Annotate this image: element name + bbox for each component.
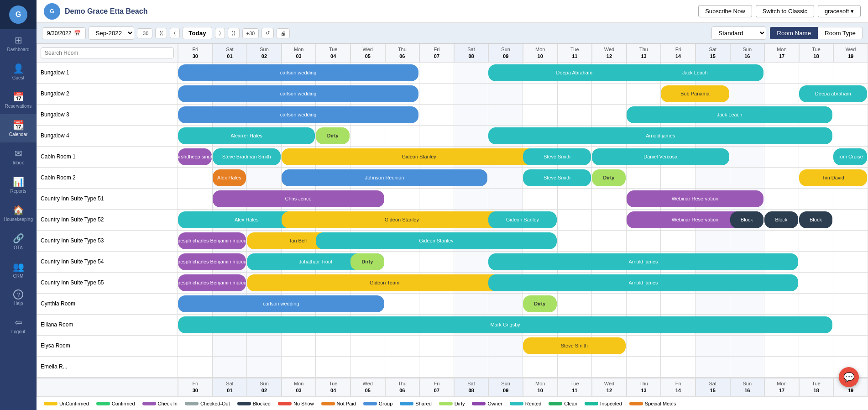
list-item[interactable]: Gideon Team (247, 274, 522, 291)
cell-14-18[interactable] (799, 357, 834, 377)
list-item[interactable]: Joesph charles Benjamin marcus (178, 253, 246, 270)
cell-2-10[interactable] (523, 105, 558, 125)
cell-14-3[interactable] (282, 357, 316, 377)
list-item[interactable]: Chris Jerico (213, 190, 384, 207)
cell-5-15[interactable] (695, 168, 730, 188)
list-item[interactable]: carlson wedding (178, 64, 418, 81)
room-name-8[interactable]: Country Inn Suite Type 53 (37, 231, 178, 251)
list-item[interactable]: Johnson Reunion (282, 169, 488, 186)
list-item[interactable]: Steve Smith (523, 148, 591, 165)
room-name-13[interactable]: Elysa Room (37, 336, 178, 356)
cell-2-19[interactable] (833, 105, 868, 125)
list-item[interactable]: Bob Panama (661, 85, 729, 102)
forward-30-button[interactable]: +30 (242, 28, 259, 38)
list-item[interactable]: Dirty (592, 169, 626, 186)
list-item[interactable]: Jack Leach (627, 64, 763, 81)
cell-3-7[interactable] (419, 126, 454, 146)
cell-5-16[interactable] (730, 168, 765, 188)
cell-9-8[interactable] (454, 252, 489, 272)
room-name-6[interactable]: Country Inn Suite Type 51 (37, 189, 178, 209)
cell-6-18[interactable] (799, 189, 834, 209)
sidebar-item-calendar[interactable]: 📆 Calendar (0, 114, 37, 142)
sidebar-item-dashboard[interactable]: ⊞ Dashboard (0, 29, 37, 58)
cell-6-0[interactable] (178, 189, 213, 209)
view-selector[interactable]: Standard Compact (711, 26, 766, 40)
cell-8-17[interactable] (764, 231, 799, 251)
list-item[interactable]: Gideon Sanley (488, 211, 556, 228)
cell-11-11[interactable] (558, 294, 592, 314)
cell-11-17[interactable] (764, 294, 799, 314)
cell-6-9[interactable] (488, 189, 523, 209)
cell-1-8[interactable] (454, 84, 489, 104)
room-name-14[interactable]: Emelia R... (37, 357, 178, 377)
list-item[interactable]: Joesph charles Benjamin marcus (178, 274, 246, 291)
back-1-button[interactable]: ⟨ (170, 28, 180, 38)
cell-13-5[interactable] (350, 336, 385, 356)
cell-9-18[interactable] (799, 252, 834, 272)
cell-14-15[interactable] (695, 357, 730, 377)
cell-1-12[interactable] (592, 84, 627, 104)
sidebar-item-crm[interactable]: 👥 CRM (0, 256, 37, 284)
cell-8-12[interactable] (592, 231, 627, 251)
cell-11-9[interactable] (488, 294, 523, 314)
cell-12-19[interactable] (833, 315, 868, 335)
cell-8-14[interactable] (661, 231, 695, 251)
cell-11-6[interactable] (385, 294, 420, 314)
cell-4-17[interactable] (764, 147, 799, 167)
cell-0-19[interactable] (833, 63, 868, 83)
cell-14-10[interactable] (523, 357, 558, 377)
back-7-button[interactable]: ⟨⟨ (155, 28, 167, 38)
room-name-1[interactable]: Bungalow 2 (37, 84, 178, 104)
cell-6-10[interactable] (523, 189, 558, 209)
cell-13-2[interactable] (247, 336, 282, 356)
list-item[interactable]: Block (799, 211, 833, 228)
sidebar-item-logout[interactable]: ⇦ Logout (0, 311, 37, 340)
cell-9-7[interactable] (419, 252, 454, 272)
cell-13-15[interactable] (695, 336, 730, 356)
list-item[interactable]: Arnold james (488, 253, 798, 270)
cell-14-13[interactable] (627, 357, 661, 377)
list-item[interactable]: Dirty (523, 295, 557, 312)
list-item[interactable]: Arshdheep singh (178, 148, 212, 165)
cell-6-8[interactable] (454, 189, 489, 209)
cell-9-6[interactable] (385, 252, 420, 272)
cell-6-7[interactable] (419, 189, 454, 209)
room-name-9[interactable]: Country Inn Suite Type 54 (37, 252, 178, 272)
cell-2-12[interactable] (592, 105, 627, 125)
cell-13-4[interactable] (316, 336, 350, 356)
list-item[interactable]: Dirty (316, 127, 350, 144)
room-name-12[interactable]: Elliana Room (37, 315, 178, 335)
cell-13-19[interactable] (833, 336, 868, 356)
list-item[interactable]: Steve Smith (523, 337, 626, 354)
subscribe-button[interactable]: Subscribe Now (698, 5, 752, 17)
room-name-5[interactable]: Cabin Room 2 (37, 168, 178, 188)
sidebar-item-guest[interactable]: 👤 Guest (0, 58, 37, 86)
cell-14-7[interactable] (419, 357, 454, 377)
cell-13-9[interactable] (488, 336, 523, 356)
room-name-3[interactable]: Bungalow 4 (37, 126, 178, 146)
cell-1-17[interactable] (764, 84, 799, 104)
cell-2-9[interactable] (488, 105, 523, 125)
cell-5-0[interactable] (178, 168, 213, 188)
list-item[interactable]: Deepa abraham (799, 85, 867, 102)
list-item[interactable]: Webinar Reservation (627, 190, 763, 207)
cell-14-8[interactable] (454, 357, 489, 377)
cell-4-16[interactable] (730, 147, 765, 167)
cell-13-3[interactable] (282, 336, 316, 356)
list-item[interactable]: Daniel Vercosa (592, 148, 729, 165)
cell-3-19[interactable] (833, 126, 868, 146)
print-button[interactable]: 🖨 (277, 28, 290, 38)
date-picker[interactable]: 9/30/2022 📅 (42, 27, 86, 39)
list-item[interactable]: Gideon Stanley (316, 232, 556, 249)
room-type-toggle[interactable]: Room Type (818, 27, 863, 39)
cell-6-11[interactable] (558, 189, 592, 209)
cell-13-8[interactable] (454, 336, 489, 356)
cell-14-4[interactable] (316, 357, 350, 377)
cell-11-18[interactable] (799, 294, 834, 314)
list-item[interactable]: carlson wedding (178, 106, 418, 123)
cell-3-6[interactable] (385, 126, 420, 146)
calendar-container[interactable]: Fri30Sat01Sun02Mon03Tue04Wed05Thu06Fri07… (37, 44, 868, 397)
cell-6-17[interactable] (764, 189, 799, 209)
room-name-11[interactable]: Cynthia Room (37, 294, 178, 314)
room-name-toggle[interactable]: Room Name (770, 27, 818, 39)
